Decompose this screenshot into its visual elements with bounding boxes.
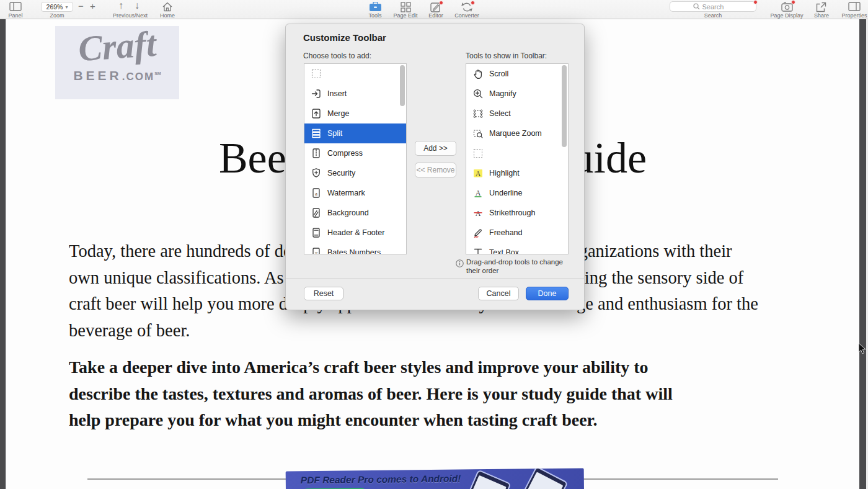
scroll-icon bbox=[472, 68, 484, 79]
panel-button[interactable]: Panel bbox=[4, 0, 27, 19]
tool-item-scroll[interactable]: Scroll bbox=[466, 64, 568, 84]
page-edit-label: Page Edit bbox=[390, 12, 421, 19]
tool-item-underline[interactable]: AUnderline bbox=[466, 183, 568, 203]
tool-item-bates-numbers[interactable]: #Bates Numbers bbox=[304, 243, 406, 254]
tool-item-label: Watermark bbox=[327, 189, 365, 197]
tool-item-label: Bates Numbers bbox=[327, 248, 381, 254]
editor-label: Editor bbox=[425, 12, 447, 19]
add-button[interactable]: Add >> bbox=[415, 141, 456, 156]
separator-icon bbox=[472, 148, 484, 159]
background-icon bbox=[311, 207, 322, 218]
paragraph-2: Take a deeper dive into America’s craft … bbox=[69, 354, 673, 434]
logo-com-text: .COM bbox=[122, 71, 154, 83]
zoom-out-button[interactable]: − bbox=[78, 1, 84, 11]
tool-item-label: Strikethrough bbox=[489, 209, 535, 217]
highlight-icon: A bbox=[472, 168, 484, 179]
compress-icon bbox=[311, 148, 322, 159]
tool-item-magnify[interactable]: Magnify bbox=[466, 84, 568, 104]
tool-item-compress[interactable]: Compress bbox=[304, 143, 406, 163]
done-button[interactable]: Done bbox=[526, 287, 569, 300]
phone-image bbox=[511, 468, 569, 489]
tool-item-label: Freehand bbox=[489, 228, 523, 237]
page-edit-icon bbox=[401, 2, 411, 12]
phone-image bbox=[456, 469, 512, 489]
properties-label: Properties bbox=[838, 12, 868, 19]
insert-icon bbox=[311, 88, 322, 99]
paragraph-2-line-1: Take a deeper dive into America’s craft … bbox=[69, 354, 673, 381]
properties-button[interactable]: Properties bbox=[838, 0, 868, 19]
tool-item-label: Compress bbox=[327, 149, 363, 158]
editor-icon bbox=[430, 2, 441, 12]
promo-banner-title: PDF Reader Pro comes to Android! bbox=[301, 473, 461, 487]
share-icon bbox=[816, 2, 826, 12]
tool-item-label: Security bbox=[327, 169, 355, 177]
previous-page-icon[interactable]: ↑ bbox=[118, 0, 123, 11]
zoom-select[interactable]: 269% ▾ bbox=[41, 2, 73, 12]
share-button[interactable]: Share bbox=[810, 0, 833, 19]
show-tools-label: Tools to show in Toolbar: bbox=[466, 52, 547, 60]
paragraph-2-line-2: describe the tastes, textures and aromas… bbox=[69, 381, 673, 408]
panel-icon bbox=[9, 2, 22, 11]
search-input[interactable] bbox=[670, 1, 756, 12]
paragraph-2-line-3: help prepare you for what you might enco… bbox=[69, 407, 673, 434]
drag-drop-hint: Drag-and-drop tools to change their orde… bbox=[466, 258, 572, 275]
properties-icon bbox=[848, 2, 861, 11]
next-page-icon[interactable]: ↓ bbox=[135, 0, 140, 11]
tool-item-label: Background bbox=[327, 209, 369, 217]
editor-button[interactable]: Editor bbox=[425, 0, 447, 19]
select-icon bbox=[472, 108, 484, 119]
zoom-in-button[interactable]: + bbox=[90, 1, 95, 11]
info-icon bbox=[456, 259, 464, 269]
search-icon bbox=[693, 3, 700, 10]
strikethrough-icon: A bbox=[472, 207, 484, 218]
tool-item-label: Marquee Zoom bbox=[489, 129, 542, 138]
home-icon bbox=[162, 2, 173, 12]
magnify-icon bbox=[472, 88, 484, 99]
tools-button[interactable]: Tools bbox=[363, 0, 388, 19]
tool-item-separator[interactable] bbox=[304, 64, 406, 84]
tool-item-select[interactable]: Select bbox=[466, 104, 568, 123]
page-display-button[interactable]: Page Display bbox=[768, 0, 806, 19]
tool-item-text-box[interactable]: Text Box bbox=[466, 243, 568, 254]
tool-item-insert[interactable]: Insert bbox=[304, 84, 406, 104]
tool-item-label: Magnify bbox=[489, 89, 516, 98]
tool-item-strikethrough[interactable]: AStrikethrough bbox=[466, 203, 568, 223]
notification-badge bbox=[791, 0, 795, 4]
tool-item-marquee-zoom[interactable]: Marquee Zoom bbox=[466, 123, 568, 143]
page-display-icon bbox=[781, 2, 793, 12]
tool-item-split[interactable]: Split bbox=[304, 123, 406, 143]
reset-button[interactable]: Reset bbox=[304, 287, 343, 300]
zoom-value: 269% bbox=[46, 3, 63, 11]
underline-icon: A bbox=[472, 187, 484, 199]
promo-banner[interactable]: PDF Reader Pro comes to Android! Get It … bbox=[286, 468, 585, 489]
remove-button[interactable]: << Remove bbox=[415, 163, 456, 177]
tool-item-separator[interactable] bbox=[466, 143, 568, 163]
tool-item-security[interactable]: Security bbox=[304, 163, 406, 183]
tool-item-background[interactable]: Background bbox=[304, 203, 406, 223]
tool-item-watermark[interactable]: aWatermark bbox=[304, 183, 406, 203]
search-text-input[interactable] bbox=[702, 3, 733, 11]
svg-text:#: # bbox=[315, 251, 318, 255]
tool-item-merge[interactable]: Merge bbox=[304, 104, 406, 123]
home-button[interactable]: Home bbox=[155, 0, 180, 19]
craftbeer-logo: Craft BEER.COMSM bbox=[55, 26, 179, 99]
tool-item-freehand[interactable]: Freehand bbox=[466, 223, 568, 243]
chevron-down-icon: ▾ bbox=[65, 4, 68, 10]
search-label: Search bbox=[670, 12, 756, 19]
customize-toolbar-dialog: Customize Toolbar Choose tools to add: T… bbox=[285, 24, 585, 310]
page-edit-button[interactable]: Page Edit bbox=[390, 0, 421, 19]
converter-button[interactable]: Converter bbox=[450, 0, 484, 19]
tools-label: Tools bbox=[363, 12, 388, 19]
tool-item-label: Highlight bbox=[489, 169, 520, 177]
tool-item-highlight[interactable]: AHighlight bbox=[466, 163, 568, 183]
tool-item-header-footer[interactable]: Header & Footer bbox=[304, 223, 406, 243]
tool-item-label: Select bbox=[489, 109, 511, 118]
drag-drop-hint-text: Drag-and-drop tools to change their orde… bbox=[466, 258, 563, 274]
svg-text:A: A bbox=[476, 189, 481, 197]
split-icon bbox=[311, 128, 322, 139]
cancel-button[interactable]: Cancel bbox=[478, 287, 519, 300]
bates-numbers-icon: # bbox=[311, 247, 322, 254]
tool-item-label: Insert bbox=[327, 89, 347, 98]
watermark-icon: a bbox=[311, 187, 322, 199]
home-label: Home bbox=[155, 12, 180, 19]
